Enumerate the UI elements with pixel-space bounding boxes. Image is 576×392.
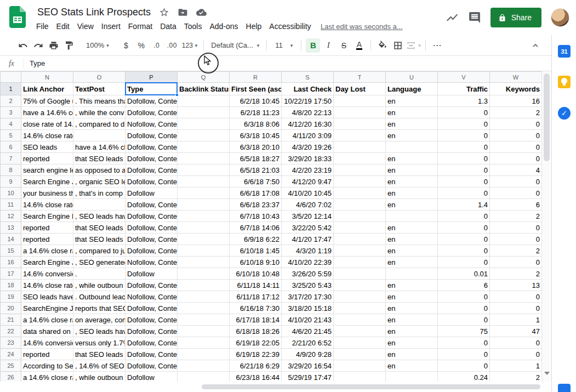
cell[interactable] [178,234,230,245]
cell[interactable] [178,199,230,211]
cell[interactable]: en [386,222,438,234]
cell[interactable]: Type [126,83,178,95]
more-formats-button[interactable]: 123▾ [180,38,199,53]
cell[interactable]: 0 [438,153,490,164]
menu-edit[interactable]: Edit [53,20,73,32]
cell[interactable] [178,118,230,130]
cell[interactable]: a 14.6% close ra [21,372,73,382]
column-header-W[interactable]: W [490,72,542,83]
undo-button[interactable] [16,38,30,53]
horizontal-scrollbar[interactable] [0,382,551,392]
menu-insert[interactable]: Insert [98,20,124,32]
row-header-16[interactable]: 16 [1,257,21,268]
cell[interactable]: Nofollow, Content [126,257,178,268]
cell[interactable]: versus only 1.7% [73,337,126,349]
cell[interactable]: 0 [490,291,542,303]
text-color-button[interactable]: A [352,38,366,53]
cell[interactable]: , SEO leads have [73,211,126,222]
cell[interactable] [178,372,230,382]
cell[interactable]: , while outboun [73,280,126,291]
cell[interactable]: 0 [438,291,490,303]
cell[interactable]: , while outboun [73,372,126,382]
cell[interactable]: 6/2/18 10:45 [230,95,282,107]
cell[interactable]: 6/23/18 16:44 [230,372,282,382]
cell[interactable]: 14.6% close rate [21,130,73,141]
cell[interactable]: . This means tha [73,95,126,107]
cell[interactable]: Link Anchor [21,83,73,95]
row-header-15[interactable]: 15 [1,245,21,257]
cell[interactable]: en [386,326,438,337]
cell[interactable]: , while the conv [73,107,126,118]
cell[interactable] [334,176,386,188]
cell[interactable]: 2 [490,107,542,118]
cell[interactable] [334,349,386,360]
decrease-decimal-button[interactable]: .0 [150,38,164,53]
cell[interactable]: your business th [21,188,73,199]
cell[interactable]: reported [21,234,73,245]
cell[interactable] [178,360,230,372]
cell[interactable] [334,95,386,107]
column-header-R[interactable]: R [230,72,282,83]
cell[interactable]: Dofollow, Content [126,211,178,222]
cell[interactable]: 14.6% conversic [21,268,73,280]
cell[interactable]: a 14.6% close ra [21,314,73,326]
column-header-N[interactable]: N [21,72,73,83]
cell[interactable]: , organic SEO le [73,176,126,188]
cell[interactable]: Dofollow, Content [126,349,178,360]
cell[interactable]: 10/22/19 17:50 [282,95,334,107]
cell[interactable]: reported [21,222,73,234]
cell[interactable]: Dofollow, Content [126,360,178,372]
cell[interactable]: 4/10/20 10:45 [282,188,334,199]
cell[interactable]: TextPost [73,83,126,95]
cell[interactable] [334,268,386,280]
cell[interactable] [334,164,386,176]
cell[interactable]: en [386,314,438,326]
cell[interactable]: Traffic [438,83,490,95]
cell[interactable]: 0 [438,337,490,349]
star-icon[interactable] [159,7,169,18]
cell[interactable] [178,268,230,280]
cell[interactable] [178,95,230,107]
menu-format[interactable]: Format [124,20,156,32]
cell[interactable] [334,337,386,349]
cell[interactable]: 6/5/18 18:27 [230,153,282,164]
row-header-7[interactable]: 7 [1,153,21,164]
cell[interactable] [178,326,230,337]
cell[interactable] [334,199,386,211]
cell[interactable]: 1.3 [438,95,490,107]
cell[interactable]: en [386,188,438,199]
menu-file[interactable]: File [32,20,53,32]
cell[interactable]: 0 [438,141,490,153]
cell[interactable] [178,257,230,268]
cell[interactable] [386,211,438,222]
cell[interactable]: 6/21/18 6:29 [230,360,282,372]
cell[interactable]: en [386,95,438,107]
bold-button[interactable]: B [306,38,320,53]
cell[interactable]: , compared to ju [73,245,126,257]
column-header-Q[interactable]: Q [178,72,230,83]
cell[interactable]: 0 [490,130,542,141]
cell[interactable]: Dofollow, Content [126,326,178,337]
horizontal-scrollbar-thumb[interactable] [202,384,540,389]
cell[interactable]: 3/29/20 18:33 [282,153,334,164]
strikethrough-button[interactable]: S [337,38,351,53]
cell[interactable]: Dofollow, Content [126,337,178,349]
cell[interactable]: 6/6/18 7:50 [230,176,282,188]
column-header-S[interactable]: S [282,72,334,83]
cell[interactable] [386,141,438,153]
cell[interactable]: 4/2/20 23:19 [282,164,334,176]
cell[interactable]: 0 [438,176,490,188]
cell[interactable]: en [386,176,438,188]
cell[interactable]: 0 [438,188,490,199]
cell[interactable]: en [386,107,438,118]
cell[interactable]: , that's in comp [73,188,126,199]
cell[interactable]: Dofollow, Content [126,280,178,291]
cell[interactable]: en [386,199,438,211]
cell[interactable]: 4/6/20 21:45 [282,326,334,337]
percent-format-button[interactable]: % [134,38,149,53]
cell[interactable]: 3/5/20 12:14 [282,211,334,222]
cell[interactable]: Dofollow, Content [126,303,178,314]
italic-button[interactable]: I [321,38,335,53]
cell[interactable] [73,199,126,211]
cell[interactable]: Nofollow, Content [126,291,178,303]
